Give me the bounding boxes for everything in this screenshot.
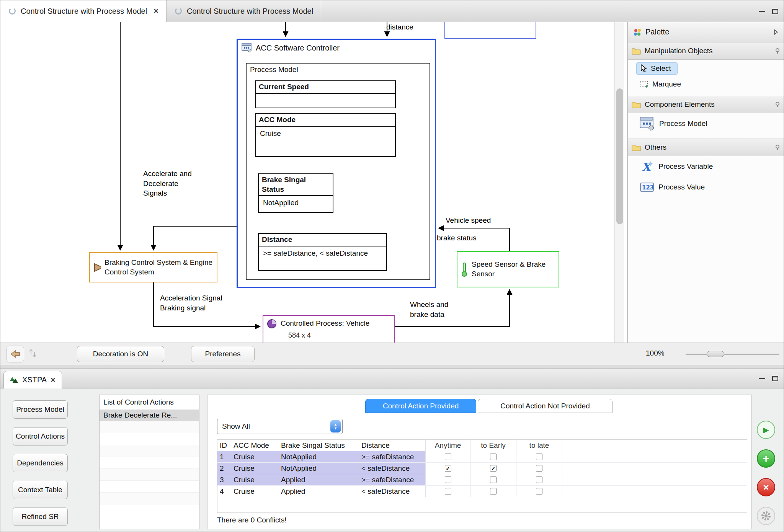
- list-item-empty[interactable]: [100, 445, 199, 457]
- nav-control-actions-button[interactable]: Control Actions: [13, 427, 68, 446]
- cell-distance: >= safeDistance: [359, 451, 425, 462]
- pin-icon[interactable]: [774, 144, 781, 150]
- process-model-label: Process Model: [247, 64, 430, 76]
- palette-item-process-value[interactable]: 123 Process Value: [628, 177, 784, 197]
- minimize-icon[interactable]: [759, 378, 765, 379]
- decoration-toggle-button[interactable]: Decoration is ON: [77, 346, 164, 362]
- controlled-process-node[interactable]: Controlled Process: Vehicle: [263, 315, 395, 343]
- scrollbar-thumb[interactable]: [616, 88, 623, 224]
- sensor-title: Speed Sensor & Brake Sensor: [472, 260, 548, 279]
- process-variable-brake-signal[interactable]: Brake Singal Status NotApplied: [258, 173, 333, 213]
- label-distance[interactable]: distance: [386, 22, 413, 32]
- context-table-area: Control Action Provided Control Action N…: [207, 395, 752, 529]
- stepper-up-icon[interactable]: ▲: [334, 423, 337, 426]
- tab-control-action-not-provided[interactable]: Control Action Not Provided: [478, 399, 612, 413]
- tab-control-structure-1[interactable]: Control Structure with Process Model ×: [0, 0, 167, 22]
- table-row[interactable]: 2 Cruise NotApplied < safeDistance ✓ ✓: [217, 463, 747, 474]
- preferences-button[interactable]: Preferenes: [191, 346, 255, 362]
- component-partial-box[interactable]: [444, 22, 536, 39]
- to-late-checkbox[interactable]: [536, 465, 542, 472]
- anytime-checkbox[interactable]: [445, 488, 451, 494]
- minimize-icon[interactable]: [759, 11, 765, 12]
- settings-button[interactable]: [757, 507, 775, 525]
- palette-header[interactable]: Palette: [628, 22, 784, 42]
- filter-dropdown[interactable]: Show All ▲ ▼: [217, 419, 343, 434]
- list-item-empty[interactable]: [100, 469, 199, 481]
- add-entry-button[interactable]: +: [757, 449, 775, 468]
- to-early-checkbox[interactable]: ✓: [490, 465, 497, 472]
- to-late-checkbox[interactable]: [536, 477, 542, 483]
- palette-item-select[interactable]: Select: [628, 60, 784, 77]
- to-early-checkbox[interactable]: [490, 488, 497, 494]
- pin-icon[interactable]: [774, 48, 781, 54]
- collapse-arrow-icon[interactable]: [773, 29, 779, 35]
- nav-context-table-button[interactable]: Context Table: [13, 481, 68, 499]
- to-late-checkbox[interactable]: [536, 488, 542, 494]
- tab-label: XSTPA: [22, 375, 47, 384]
- maximize-icon[interactable]: [772, 376, 778, 381]
- canvas-vertical-scrollbar[interactable]: [614, 22, 624, 343]
- to-late-checkbox[interactable]: [536, 454, 542, 460]
- zoom-slider-thumb[interactable]: [707, 351, 724, 357]
- label-vehicle-speed[interactable]: Vehicle speed: [446, 215, 491, 225]
- disabled-tool-icon[interactable]: [29, 348, 37, 358]
- pin-icon[interactable]: [774, 101, 781, 108]
- palette-section-manipulation[interactable]: Manipulation Objects: [628, 42, 784, 60]
- table-row[interactable]: 4 Cruise Applied < safeDistance: [217, 486, 747, 497]
- list-item[interactable]: Brake Decelerate Re...: [100, 410, 199, 421]
- tab-control-structure-2[interactable]: Control Structure with Process Model: [167, 0, 321, 22]
- xstpa-tabbar: XSTPA ×: [0, 369, 784, 388]
- process-variable-distance[interactable]: Distance >= safeDistance, < safeDistance: [258, 233, 387, 271]
- zoom-slider[interactable]: [686, 351, 779, 357]
- label-acceleration-braking[interactable]: Acceleration Signal Braking signal: [160, 293, 240, 313]
- control-actions-list: List of Control Actions Brake Decelerate…: [99, 395, 199, 529]
- to-early-checkbox[interactable]: [490, 477, 497, 483]
- sensor-node[interactable]: Speed Sensor & Brake Sensor: [457, 251, 559, 287]
- dropdown-stepper-icon[interactable]: ▲ ▼: [330, 420, 341, 432]
- gear-icon: [760, 510, 772, 522]
- nav-dependencies-button[interactable]: Dependencies: [13, 454, 68, 472]
- actuator-node[interactable]: Braking Control System & Engine Control …: [89, 252, 217, 282]
- delete-entry-button[interactable]: ×: [757, 478, 775, 496]
- list-item-empty[interactable]: [100, 433, 199, 445]
- palette-item-process-variable[interactable]: X Process Variable: [628, 156, 784, 177]
- table-row[interactable]: 3 Cruise Applied >= safeDistance: [217, 474, 747, 486]
- run-button[interactable]: ▶: [757, 421, 775, 439]
- tab-close-icon[interactable]: ×: [154, 6, 158, 16]
- nav-process-model-button[interactable]: Process Model: [13, 400, 68, 419]
- label-brake-status[interactable]: brake status: [437, 233, 477, 243]
- process-variable-current-speed[interactable]: Current Speed: [255, 80, 396, 108]
- list-item-empty[interactable]: [100, 504, 199, 516]
- list-item-empty[interactable]: [100, 493, 199, 504]
- list-item-empty[interactable]: [100, 421, 199, 433]
- actuator-title: Braking Control System & Engine Control …: [105, 258, 213, 277]
- process-model-box[interactable]: Process Model Current Speed ACC Mode Cru…: [246, 63, 430, 280]
- to-early-checkbox[interactable]: [490, 454, 497, 460]
- nav-refined-sr-button[interactable]: Refined SR: [13, 508, 68, 526]
- tab-control-action-provided[interactable]: Control Action Provided: [365, 399, 476, 413]
- list-item-empty[interactable]: [100, 457, 199, 469]
- palette-item-marquee[interactable]: Marquee: [628, 77, 784, 91]
- label-wheels-brake-data[interactable]: Wheels and brake data: [410, 300, 458, 319]
- table-row[interactable]: 1 Cruise NotApplied >= safeDistance: [217, 451, 747, 463]
- anytime-checkbox[interactable]: [445, 477, 451, 483]
- controller-node[interactable]: ACC Software Controller Process Model Cu…: [237, 39, 436, 288]
- anytime-checkbox[interactable]: [445, 454, 451, 460]
- anytime-checkbox[interactable]: ✓: [445, 465, 451, 472]
- label-accelerate-decelerate[interactable]: Accelerate and Decelerate Signals: [143, 169, 201, 198]
- process-variable-acc-mode[interactable]: ACC Mode Cruise: [255, 113, 396, 157]
- palette-section-components[interactable]: Component Elements: [628, 96, 784, 113]
- panel-divider[interactable]: [0, 365, 784, 369]
- diagram-canvas[interactable]: distance Accelerate and Decelerate Signa…: [4, 22, 615, 343]
- stepper-down-icon[interactable]: ▼: [334, 426, 337, 430]
- palette-item-process-model[interactable]: Process Model: [628, 113, 784, 134]
- plus-icon: +: [763, 452, 769, 465]
- maximize-icon[interactable]: [772, 9, 778, 14]
- palette-section-others[interactable]: Others: [628, 139, 784, 156]
- tab-xstpa[interactable]: XSTPA ×: [3, 371, 62, 388]
- zoom-slider-track[interactable]: [686, 354, 779, 355]
- thermometer-icon: [461, 262, 468, 277]
- list-item-empty[interactable]: [100, 481, 199, 493]
- tab-close-icon[interactable]: ×: [51, 375, 56, 385]
- back-button[interactable]: [7, 346, 24, 362]
